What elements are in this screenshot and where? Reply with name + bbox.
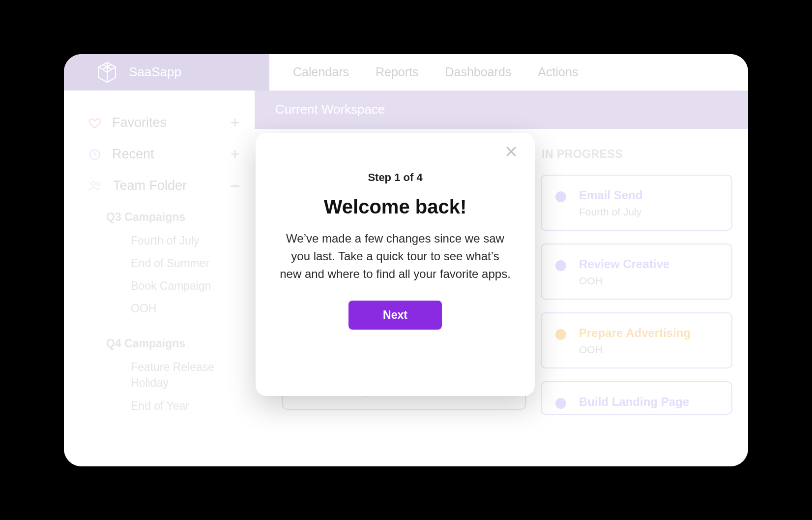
status-dot-icon — [555, 398, 566, 409]
sidebar-item-end-of-year[interactable]: End of Year — [131, 398, 241, 414]
sidebar-team-folder[interactable]: Team Folder − — [88, 170, 241, 202]
people-icon — [88, 180, 102, 192]
card-email-send[interactable]: Email Send Fourth of July — [541, 175, 732, 231]
sidebar-label: Recent — [112, 147, 154, 162]
brand-area: SaaSapp — [64, 54, 269, 91]
sidebar-recent[interactable]: Recent + — [88, 139, 241, 170]
status-dot-icon — [555, 260, 566, 271]
plus-icon[interactable]: + — [229, 145, 241, 163]
sidebar-item-book-campaign[interactable]: Book Campaign — [131, 278, 241, 294]
app-window: SaaSapp Calendars Reports Dashboards Act… — [64, 54, 748, 466]
sidebar: Favorites + Recent + — [64, 91, 255, 466]
sidebar-group-title: Q3 Campaigns — [106, 211, 241, 224]
card-subtitle: Fourth of July — [579, 206, 642, 218]
status-dot-icon — [555, 191, 566, 202]
modal-title: Welcome back! — [270, 196, 520, 218]
close-button[interactable] — [502, 144, 520, 161]
sidebar-item-ooh[interactable]: OOH — [131, 301, 241, 316]
minus-icon[interactable]: − — [229, 182, 241, 190]
board-column-in-progress: IN PROGRESS Email Send Fourth of July — [532, 141, 748, 428]
card-build-landing-page[interactable]: Build Landing Page — [541, 381, 732, 415]
heart-icon — [88, 117, 101, 129]
card-title: Email Send — [579, 188, 642, 202]
nav-reports[interactable]: Reports — [376, 65, 419, 79]
plus-icon[interactable]: + — [229, 114, 241, 132]
clock-icon — [88, 148, 101, 161]
nav-dashboards[interactable]: Dashboards — [445, 65, 512, 79]
sidebar-group-title: Q4 Campaigns — [106, 337, 241, 350]
sidebar-item-end-of-summer[interactable]: End of Summer — [131, 255, 241, 271]
sidebar-favorites[interactable]: Favorites + — [88, 107, 241, 139]
card-title: Build Landing Page — [579, 395, 689, 409]
card-title: Prepare Advertising — [579, 326, 691, 340]
sidebar-label: Favorites — [112, 115, 167, 130]
nav-calendars[interactable]: Calendars — [293, 65, 349, 79]
svg-point-1 — [91, 182, 95, 185]
brand-logo-icon — [97, 61, 117, 83]
column-header: IN PROGRESS — [542, 148, 732, 161]
card-review-creative[interactable]: Review Creative OOH — [541, 244, 732, 300]
svg-point-2 — [97, 183, 100, 185]
modal-body: We’ve made a few changes since we saw yo… — [279, 230, 511, 283]
modal-step: Step 1 of 4 — [270, 171, 520, 184]
status-dot-icon — [555, 329, 566, 340]
close-icon — [505, 146, 517, 159]
nav-actions[interactable]: Actions — [538, 65, 578, 79]
next-button[interactable]: Next — [348, 301, 442, 330]
workspace-title: Current Workspace — [275, 102, 385, 117]
card-subtitle: OOH — [579, 275, 669, 287]
topbar: SaaSapp Calendars Reports Dashboards Act… — [64, 54, 748, 91]
workspace-bar: Current Workspace — [255, 91, 748, 129]
sidebar-item-fourth-of-july[interactable]: Fourth of July — [131, 233, 241, 248]
top-nav: Calendars Reports Dashboards Actions — [269, 54, 748, 91]
sidebar-label: Team Folder — [113, 178, 187, 193]
onboarding-modal: Step 1 of 4 Welcome back! We’ve made a f… — [256, 133, 535, 396]
card-title: Review Creative — [579, 257, 669, 271]
brand-name: SaaSapp — [129, 64, 181, 80]
sidebar-item-feature-release-holiday[interactable]: Feature Release Holiday — [131, 359, 241, 391]
card-subtitle: OOH — [579, 344, 691, 356]
card-prepare-advertising[interactable]: Prepare Advertising OOH — [541, 312, 732, 368]
